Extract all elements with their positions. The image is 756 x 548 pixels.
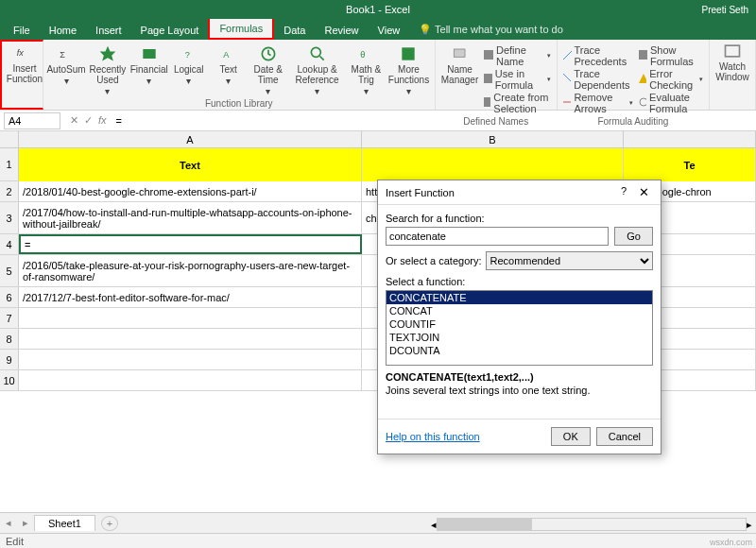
define-name-button[interactable]: Define Name ▾: [484, 44, 550, 67]
tab-formulas[interactable]: Formulas: [208, 17, 274, 40]
dialog-title: Insert Function: [386, 187, 455, 198]
tab-view[interactable]: View: [369, 21, 410, 40]
recently-used-button[interactable]: Recently Used▾: [89, 44, 127, 96]
func-dcounta[interactable]: DCOUNTA: [387, 344, 652, 357]
cell-a8[interactable]: [19, 329, 362, 349]
logical-button[interactable]: ?Logical▾: [172, 44, 206, 96]
scroll-thumb[interactable]: [438, 519, 532, 530]
col-header-a[interactable]: A: [19, 131, 362, 147]
math-label: Math & Trig: [349, 64, 383, 85]
row-head-5[interactable]: 5: [0, 255, 19, 286]
cell-a2[interactable]: /2018/01/40-best-google-chrome-extension…: [19, 181, 362, 201]
financial-button[interactable]: Financial▾: [132, 44, 166, 96]
row-head-4[interactable]: 4: [0, 234, 19, 254]
audit-stack2: Show Formulas Error Checking ▾ Evaluate …: [639, 44, 703, 114]
lookup-button[interactable]: Lookup & Reference▾: [291, 44, 344, 96]
scroll-track[interactable]: [437, 518, 747, 531]
cell-a10[interactable]: [19, 370, 362, 390]
date-time-button[interactable]: Date & Time▾: [251, 44, 285, 96]
row-head-3[interactable]: 3: [0, 202, 19, 233]
text-button[interactable]: AText▾: [212, 44, 246, 96]
func-concat[interactable]: CONCAT: [387, 304, 652, 317]
category-select[interactable]: Recommended: [486, 251, 654, 270]
error-checking-button[interactable]: Error Checking ▾: [639, 68, 703, 91]
remove-arrows-button[interactable]: Remove Arrows ▾: [563, 92, 633, 114]
tab-home[interactable]: Home: [40, 21, 86, 40]
math-button[interactable]: θMath & Trig▾: [349, 44, 383, 96]
name-manager-button[interactable]: Name Manager: [441, 44, 479, 114]
func-countif[interactable]: COUNTIF: [387, 317, 652, 331]
row-head-9[interactable]: 9: [0, 350, 19, 369]
col-header-c[interactable]: [624, 131, 756, 147]
fx-icon[interactable]: fx: [98, 114, 107, 127]
theta-icon: θ: [356, 44, 375, 63]
eval-label: Evaluate Formula: [649, 92, 703, 114]
tab-scroll-right-icon[interactable]: ▸: [17, 517, 34, 529]
function-list[interactable]: CONCATENATE CONCAT COUNTIF TEXTJOIN DCOU…: [386, 290, 653, 366]
select-function-label: Select a function:: [386, 276, 653, 287]
row-head-6[interactable]: 6: [0, 287, 19, 307]
watch-icon: [723, 42, 742, 60]
row-head-10[interactable]: 10: [0, 370, 19, 390]
svg-rect-10: [403, 47, 415, 60]
func-textjoin[interactable]: TEXTJOIN: [387, 331, 652, 344]
tell-me[interactable]: 💡 Tell me what you want to do: [409, 20, 573, 40]
formula-input[interactable]: =: [112, 115, 756, 127]
cell-a6[interactable]: /2017/12/7-best-font-editor-software-for…: [19, 287, 362, 307]
row-head-7[interactable]: 7: [0, 308, 19, 328]
dialog-titlebar[interactable]: Insert Function ? ✕: [378, 180, 661, 205]
create-selection-button[interactable]: Create from Selection: [484, 92, 550, 114]
svg-text:A: A: [223, 50, 230, 60]
add-sheet-button[interactable]: +: [101, 516, 118, 531]
horizontal-scrollbar[interactable]: ◂ ▸: [431, 516, 752, 533]
trace-precedents-button[interactable]: Trace Precedents: [563, 44, 633, 67]
cell-a9[interactable]: [19, 350, 362, 369]
tab-scroll-left-icon[interactable]: ◂: [0, 517, 17, 529]
row-head-8[interactable]: 8: [0, 329, 19, 349]
insert-function-button[interactable]: fx Insert Function: [8, 43, 42, 84]
evaluate-formula-button[interactable]: Evaluate Formula: [639, 92, 703, 114]
show-formulas-button[interactable]: Show Formulas: [639, 44, 703, 67]
watch-window-button[interactable]: Watch Window: [715, 42, 749, 82]
dialog-close-icon[interactable]: ✕: [634, 185, 653, 199]
cell-a7[interactable]: [19, 308, 362, 328]
help-link[interactable]: Help on this function: [386, 431, 480, 442]
tab-data[interactable]: Data: [274, 21, 315, 40]
autosum-button[interactable]: ΣAutoSum▾: [49, 44, 83, 96]
tab-insert[interactable]: Insert: [86, 21, 131, 40]
func-concatenate[interactable]: CONCATENATE: [387, 291, 652, 304]
cell-a4[interactable]: =: [19, 234, 362, 254]
use-formula-button[interactable]: Use in Formula ▾: [484, 68, 550, 91]
sheet-tab-1[interactable]: Sheet1: [34, 515, 95, 531]
scroll-right-icon[interactable]: ▸: [747, 519, 752, 531]
tab-review[interactable]: Review: [315, 21, 368, 40]
row-head-2[interactable]: 2: [0, 181, 19, 201]
cell-a3[interactable]: /2017/04/how-to-install-and-run-multiple…: [19, 202, 362, 233]
cancel-button[interactable]: Cancel: [596, 427, 653, 446]
col-header-b[interactable]: B: [362, 131, 624, 147]
tab-file[interactable]: File: [4, 21, 40, 40]
ok-button[interactable]: OK: [551, 427, 591, 446]
search-input[interactable]: [386, 227, 609, 246]
cancel-icon[interactable]: ✕: [70, 114, 78, 127]
trace-prec-label: Trace Precedents: [575, 44, 634, 67]
tab-page-layout[interactable]: Page Layout: [131, 21, 209, 40]
cell-a5[interactable]: /2016/05/take-pleasure-at-your-risk-porn…: [19, 255, 362, 286]
trace-dependents-button[interactable]: Trace Dependents: [563, 68, 633, 91]
dialog-help-icon[interactable]: ?: [621, 185, 627, 199]
row-head-1[interactable]: 1: [0, 148, 19, 180]
select-all[interactable]: [0, 131, 19, 147]
cell-b1[interactable]: [362, 148, 624, 181]
svg-rect-11: [454, 49, 465, 57]
ribbon: fx Insert Function ΣAutoSum▾ Recently Us…: [0, 40, 756, 111]
search-label: Search for a function:: [386, 213, 653, 224]
go-button[interactable]: Go: [614, 227, 653, 246]
more-functions-button[interactable]: More Functions▾: [388, 44, 428, 96]
enter-icon[interactable]: ✓: [84, 114, 93, 127]
window-title: Book1 - Excel: [346, 4, 410, 15]
cell-a1[interactable]: Text: [19, 148, 362, 181]
svg-rect-18: [639, 50, 647, 60]
name-box[interactable]: A4: [4, 112, 60, 129]
cell-c1[interactable]: Te: [624, 148, 756, 181]
svg-rect-3: [143, 49, 155, 59]
